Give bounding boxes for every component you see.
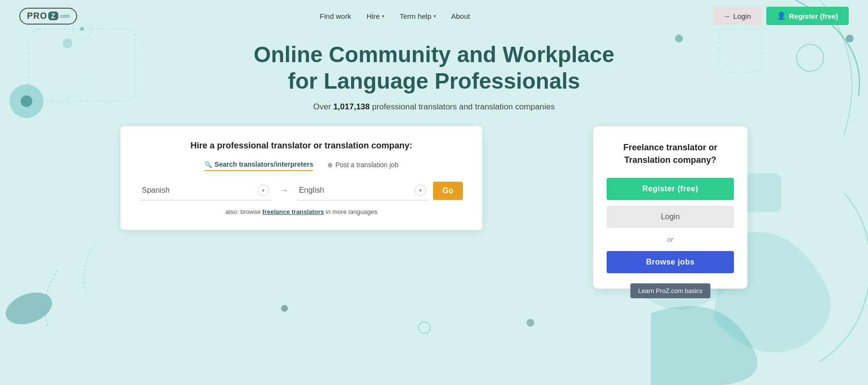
hire-arrow-icon: ▾	[382, 13, 384, 19]
svg-point-17	[527, 319, 534, 327]
panel-title: Freelance translator orTranslation compa…	[607, 142, 734, 166]
hero-title: Online Community and Workplacefor Langua…	[29, 41, 839, 94]
user-icon: 👤	[777, 12, 786, 20]
login-icon: →	[723, 12, 731, 20]
nav-hire[interactable]: Hire ▾	[366, 12, 384, 20]
nav-actions: → Login 👤 Register (free)	[713, 7, 849, 25]
svg-point-15	[281, 305, 288, 312]
svg-rect-19	[743, 173, 781, 212]
term-help-arrow-icon: ▾	[434, 13, 436, 19]
go-button[interactable]: Go	[433, 182, 463, 200]
panel-login-button[interactable]: Login	[607, 206, 734, 228]
nav-term-help[interactable]: Term help ▾	[400, 12, 436, 20]
panel-or-label: or	[607, 236, 734, 243]
logo[interactable]: PRO Z .com	[19, 8, 77, 25]
search-box: Hire a professional translator or transl…	[121, 126, 482, 230]
nav-links: Find work Hire ▾ Term help ▾ About	[320, 12, 470, 20]
search-tabs: 🔍 Search translators/interpreters ⊕ Post…	[140, 160, 463, 171]
learn-basics-button[interactable]: Learn ProZ.com basics	[630, 283, 710, 298]
to-language-chevron-icon: ▾	[415, 185, 426, 196]
tab-post-job[interactable]: ⊕ Post a translation job	[327, 160, 398, 171]
language-row: Spanish ▾ → English ▾ Go	[140, 181, 463, 200]
logo-dot: .com	[59, 13, 70, 19]
logo-z: Z	[48, 12, 58, 20]
search-icon: 🔍	[204, 161, 212, 168]
freelance-translators-link[interactable]: freelance translators	[262, 208, 324, 215]
nav-register-button[interactable]: 👤 Register (free)	[766, 7, 849, 25]
svg-point-13	[1, 287, 56, 331]
from-language-select[interactable]: Spanish ▾	[140, 181, 271, 200]
plus-circle-icon: ⊕	[327, 161, 333, 169]
hero-subtitle: Over 1,017,138 professional translators …	[29, 102, 839, 112]
panel-register-button[interactable]: Register (free)	[607, 178, 734, 200]
navbar: PRO Z .com Find work Hire ▾ Term help ▾ …	[0, 0, 868, 32]
tab-search-translators[interactable]: 🔍 Search translators/interpreters	[204, 160, 313, 171]
arrow-right-icon: →	[276, 186, 292, 196]
logo-text: PRO	[27, 11, 47, 21]
browse-link-row: also: browse freelance translators in mo…	[140, 208, 463, 215]
search-box-title: Hire a professional translator or transl…	[140, 141, 463, 151]
nav-about[interactable]: About	[451, 12, 470, 20]
svg-point-16	[419, 322, 430, 333]
nav-find-work[interactable]: Find work	[320, 12, 351, 20]
nav-login-button[interactable]: → Login	[713, 7, 762, 25]
right-panel: Freelance translator orTranslation compa…	[593, 126, 747, 288]
panel-browse-jobs-button[interactable]: Browse jobs	[607, 251, 734, 273]
to-language-select[interactable]: English ▾	[297, 181, 428, 200]
from-language-chevron-icon: ▾	[258, 185, 269, 196]
